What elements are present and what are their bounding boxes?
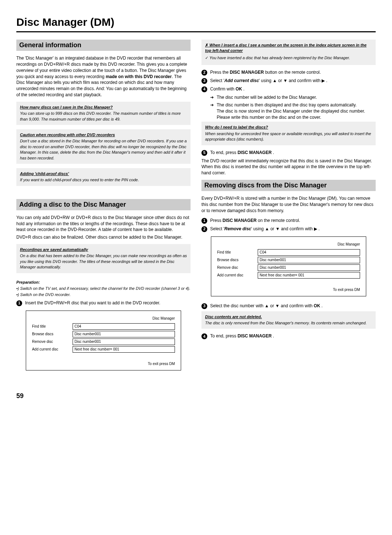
osd-value: Next free disc number= 001: [258, 272, 360, 279]
preparation-item: •) Switch on the DVD recorder.: [16, 292, 191, 297]
step-number-icon: 2: [201, 226, 207, 232]
step-text: To end, press DISC MANAGER .: [210, 333, 376, 339]
osd-value: Disc number001: [258, 264, 360, 271]
step-1: 1 Insert the DVD+RW/+R disc that you wan…: [16, 300, 191, 306]
note-caution-other-recorders: Caution when recording with other DVD re…: [16, 129, 191, 164]
step-text: To end, press DISC MANAGER .: [210, 150, 376, 156]
sub-step: The disc number will be added to the Dis…: [210, 94, 376, 101]
osd-row: Remove discDisc number001: [217, 264, 360, 271]
note-why-label: Why do I need to label the discs? When s…: [201, 122, 376, 145]
step-3: 3 Select 'Add current disc' using ▲ or ▼…: [201, 78, 376, 84]
note-how-many-discs: How many discs can I save in the Disc Ma…: [16, 102, 191, 125]
note-recordings-auto: Recordings are saved automatically On a …: [16, 244, 191, 273]
osd-row: Browse discsDisc number001: [217, 257, 360, 263]
note-body: You can store up to 999 discs on this DV…: [20, 111, 181, 121]
button-label: DISC MANAGER: [230, 70, 264, 75]
button-label: OK: [236, 86, 242, 92]
note-child-proof: Adding 'child-proof discs' If you want t…: [16, 168, 191, 186]
note-solution: You have inserted a disc that has alread…: [205, 55, 372, 61]
step-number-icon: 1: [201, 218, 207, 224]
button-label: DISC MANAGER: [237, 150, 271, 155]
preparation-heading: Preparation:: [16, 280, 191, 285]
page-number: 59: [16, 392, 376, 401]
step-2: 2 Press the DISC MANAGER button on the r…: [201, 69, 376, 76]
osd-row: Find titleC04: [217, 249, 360, 256]
step-number-icon: 2: [201, 70, 207, 76]
remove-step-1: 1 Press DISC MANAGER on the remote contr…: [201, 218, 376, 224]
note-body: When searching for unrecorded free space…: [205, 131, 371, 141]
osd-value: Next free disc number= 001: [73, 346, 175, 353]
two-column-layout: General information The 'Disc Manager' i…: [16, 40, 376, 377]
right-arrow-icon: ▶: [322, 78, 325, 84]
section-general-info: General information: [16, 40, 191, 51]
osd-label: Find title: [32, 324, 68, 329]
osd-label: Browse discs: [217, 258, 253, 263]
button-label: DISC MANAGER: [222, 218, 257, 223]
note-contents-not-deleted: Disc contents are not deleted. The disc …: [201, 311, 376, 329]
step-5: 5 To end, press DISC MANAGER .: [201, 150, 376, 156]
step-text: Confirm with OK .: [210, 86, 376, 92]
osd-label: Remove disc: [32, 339, 68, 344]
osd-label: Add current disc: [217, 273, 253, 278]
note-body: If you want to add child-proof discs you…: [20, 178, 139, 182]
general-info-paragraph: The 'Disc Manager' is an integrated data…: [16, 55, 191, 98]
osd-footer: To exit press DM: [32, 361, 175, 366]
step-number-icon: 3: [201, 303, 207, 309]
preparation-item: •) Switch on the TV set, and if necessar…: [16, 286, 191, 291]
note-title: When I insert a disc I see a number on t…: [205, 42, 372, 54]
up-arrow-icon: ▲: [273, 78, 277, 84]
osd-value: Disc number001: [73, 339, 175, 345]
osd-label: Find title: [217, 250, 253, 255]
page-title: Disc Manager (DM): [16, 15, 376, 30]
note-problem: When I insert a disc I see a number on t…: [205, 42, 372, 54]
step-number-icon: 4: [201, 86, 207, 92]
bold-text: made on with this DVD recorder: [106, 74, 172, 79]
osd-row: Add current discNext free disc number= 0…: [32, 346, 175, 353]
note-title: Adding 'child-proof discs': [20, 171, 187, 177]
osd-panel: Disc Manager Find titleC04 Browse discsD…: [211, 236, 366, 296]
text: Please write this number on the disc and…: [217, 115, 321, 120]
step-number-icon: 5: [201, 150, 207, 156]
remove-step-4: 4 To end, press DISC MANAGER .: [201, 333, 376, 339]
step-number-icon: 1: [16, 300, 22, 306]
step-number-icon: 4: [201, 333, 207, 339]
left-column: General information The 'Disc Manager' i…: [16, 40, 191, 377]
osd-title: Disc Manager: [217, 242, 360, 247]
step-text: Press DISC MANAGER on the remote control…: [210, 218, 376, 224]
osd-label: Add current disc: [32, 347, 68, 352]
sub-step: The disc number is then displayed and th…: [210, 102, 376, 120]
osd-label: Browse discs: [32, 332, 68, 337]
remove-step-2: 2 Select 'Remove disc' using ▲ or ▼ and …: [201, 226, 376, 232]
step-text: Press the DISC MANAGER button on the rem…: [210, 69, 376, 76]
section-adding-disc: Adding a disc to the Disc Manager: [16, 199, 191, 210]
note-body: The disc is only removed from the Disc M…: [205, 321, 367, 325]
step-4: 4 Confirm with OK .: [201, 86, 376, 92]
title-rule: [16, 31, 376, 32]
osd-row: Find titleC04: [32, 323, 175, 330]
note-title: Disc contents are not deleted.: [205, 314, 372, 320]
note-body: Don't use a disc stored in the Disc Mana…: [20, 139, 187, 160]
osd-footer: To exit press DM: [217, 287, 360, 292]
osd-row: Remove discDisc number001: [32, 339, 175, 345]
text: The disc number is then displayed and th…: [217, 102, 356, 108]
step-text: Select 'Add current disc' using ▲ or ▼ a…: [210, 78, 376, 84]
step-text: Insert the DVD+RW/+R disc that you want …: [25, 300, 191, 306]
after-step5-text: The DVD recorder will immediately recogn…: [201, 158, 376, 176]
remove-step-3: 3 Select the disc number with ▲ or ▼ and…: [201, 303, 376, 309]
up-arrow-icon: ▲: [265, 226, 269, 232]
osd-value: Disc number001: [258, 257, 360, 263]
note-title: Why do I need to label the discs?: [205, 125, 372, 130]
button-label: DISC MANAGER: [237, 333, 271, 339]
menu-label: Remove disc: [224, 226, 251, 231]
button-label: OK: [314, 303, 320, 308]
menu-label: Add current disc: [224, 78, 259, 83]
note-title: Recordings are saved automatically: [20, 247, 187, 252]
note-insert-see-number: When I insert a disc I see a number on t…: [201, 40, 376, 65]
right-column: When I insert a disc I see a number on t…: [201, 40, 376, 377]
osd-value: C04: [258, 249, 360, 256]
text: The disc is now stored in the Disc Manag…: [217, 109, 365, 114]
osd-value: C04: [73, 323, 175, 330]
step-text: Select 'Remove disc' using ▲ or ▼ and co…: [210, 226, 376, 232]
down-arrow-icon: ▼: [275, 226, 280, 232]
step-number-icon: 3: [201, 78, 207, 84]
